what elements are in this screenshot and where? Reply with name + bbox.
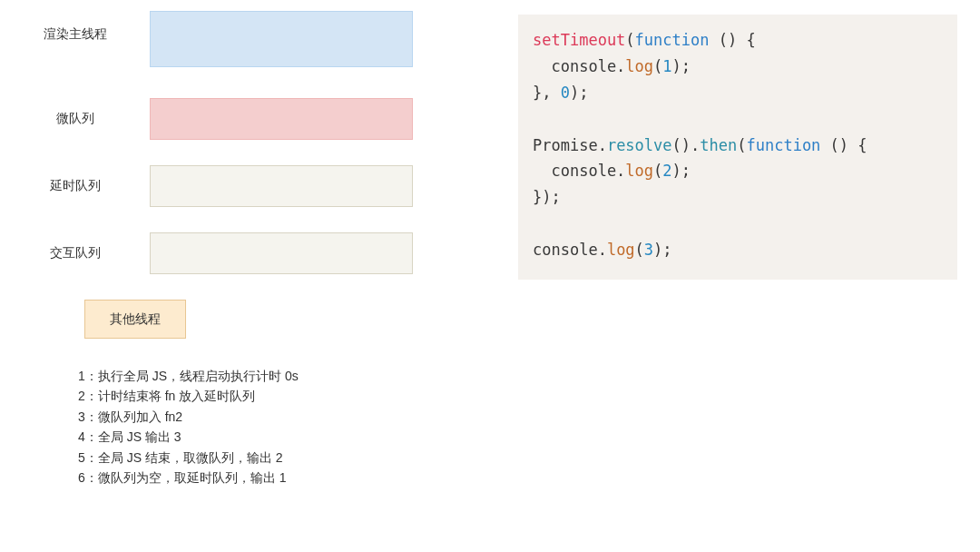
step-line: 6：微队列为空，取延时队列，输出 1: [78, 468, 490, 488]
code-token: resolve: [607, 136, 672, 154]
code-token: log: [607, 241, 635, 259]
step-line: 4：全局 JS 输出 3: [78, 427, 490, 447]
code-token: setTimeout: [533, 31, 625, 49]
queue-label-inter: 交互队列: [0, 245, 150, 261]
steps-list: 1：执行全局 JS，线程启动执行计时 0s 2：计时结束将 fn 放入延时队列 …: [78, 366, 490, 488]
code-token: );: [570, 84, 588, 102]
code-token: 3: [644, 241, 653, 259]
code-token: then: [700, 136, 737, 154]
code-token: function: [635, 31, 719, 49]
queue-box-delay: [150, 165, 413, 207]
code-line: console.log(1);: [533, 54, 943, 80]
step-line: 1：执行全局 JS，线程启动执行计时 0s: [78, 366, 490, 386]
code-token: (: [653, 57, 662, 75]
step-line: 2：计时结束将 fn 放入延时队列: [78, 386, 490, 406]
code-token: },: [533, 84, 561, 102]
code-token: Promise.: [533, 136, 607, 154]
queue-label-micro: 微队列: [0, 111, 150, 127]
queue-label-delay: 延时队列: [0, 178, 150, 194]
code-token: );: [672, 162, 691, 180]
step-line: 5：全局 JS 结束，取微队列，输出 2: [78, 448, 490, 468]
code-token: 1: [662, 57, 671, 75]
code-panel: setTimeout(function () { console.log(1);…: [518, 15, 957, 280]
queue-row-delay: 延时队列: [0, 165, 490, 207]
code-line: [533, 211, 943, 237]
queue-box-micro: [150, 98, 413, 140]
code-line: Promise.resolve().then(function () {: [533, 133, 943, 159]
code-line: console.log(3);: [533, 237, 943, 263]
code-token: ().: [672, 136, 701, 154]
code-token: () {: [830, 136, 867, 154]
code-token: );: [672, 57, 691, 75]
code-token: console.: [533, 162, 625, 180]
code-token: });: [533, 188, 561, 206]
queue-label-main: 渲染主线程: [0, 26, 150, 43]
queue-row-inter: 交互队列: [0, 232, 490, 274]
step-line: 3：微队列加入 fn2: [78, 407, 490, 427]
queue-row-main: 渲染主线程: [0, 11, 490, 58]
other-thread-box: 其他线程: [84, 300, 186, 339]
code-line: setTimeout(function () {: [533, 27, 943, 54]
code-token: (: [653, 162, 662, 180]
code-token: () {: [719, 31, 756, 49]
code-token: );: [653, 241, 671, 259]
code-token: console.: [533, 57, 625, 75]
code-token: 2: [662, 162, 671, 180]
other-thread-label: 其他线程: [110, 311, 161, 328]
code-line: [533, 106, 943, 133]
code-line: }, 0);: [533, 80, 943, 106]
diagram-left-panel: 渲染主线程 微队列 延时队列 交互队列 其他线程 1：执行全局 JS，线程启动执…: [0, 11, 490, 488]
code-token: (: [625, 31, 634, 49]
code-token: log: [625, 57, 653, 75]
code-token: (: [737, 136, 746, 154]
code-line: console.log(2);: [533, 158, 943, 184]
code-line: });: [533, 184, 943, 211]
queue-box-main: [150, 11, 413, 67]
code-token: console.: [533, 241, 607, 259]
code-token: (: [635, 241, 644, 259]
queue-box-inter: [150, 232, 413, 274]
code-token: function: [746, 136, 829, 154]
code-token: 0: [561, 84, 570, 102]
queue-row-micro: 微队列: [0, 98, 490, 140]
code-token: log: [625, 162, 653, 180]
